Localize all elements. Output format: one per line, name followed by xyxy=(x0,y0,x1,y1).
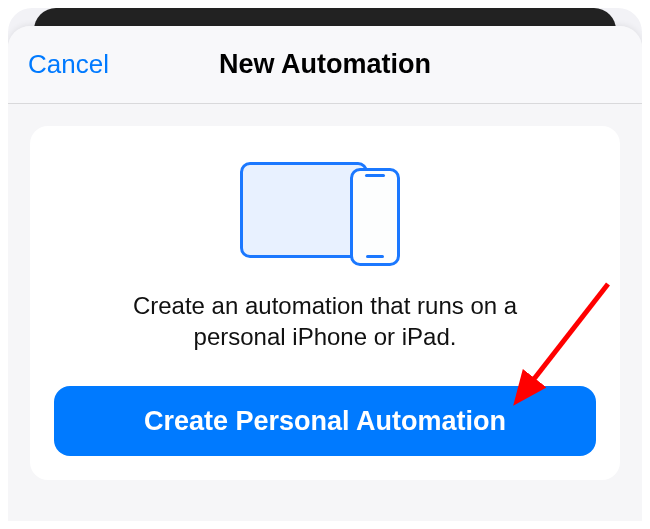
create-personal-automation-button[interactable]: Create Personal Automation xyxy=(54,386,596,456)
page-title: New Automation xyxy=(219,49,431,80)
personal-automation-card: Create an automation that runs on a pers… xyxy=(30,126,620,480)
cancel-button[interactable]: Cancel xyxy=(28,49,109,80)
content-area: Create an automation that runs on a pers… xyxy=(8,104,642,502)
navigation-bar: Cancel New Automation xyxy=(8,26,642,104)
iphone-home-indicator-icon xyxy=(366,255,384,258)
iphone-notch-icon xyxy=(365,174,385,177)
modal-sheet: Cancel New Automation Create an automati… xyxy=(8,26,642,521)
card-description: Create an automation that runs on a pers… xyxy=(85,290,565,352)
devices-icon xyxy=(240,156,410,266)
iphone-icon xyxy=(350,168,400,266)
ipad-icon xyxy=(240,162,368,258)
app-frame: Cancel New Automation Create an automati… xyxy=(8,8,642,521)
